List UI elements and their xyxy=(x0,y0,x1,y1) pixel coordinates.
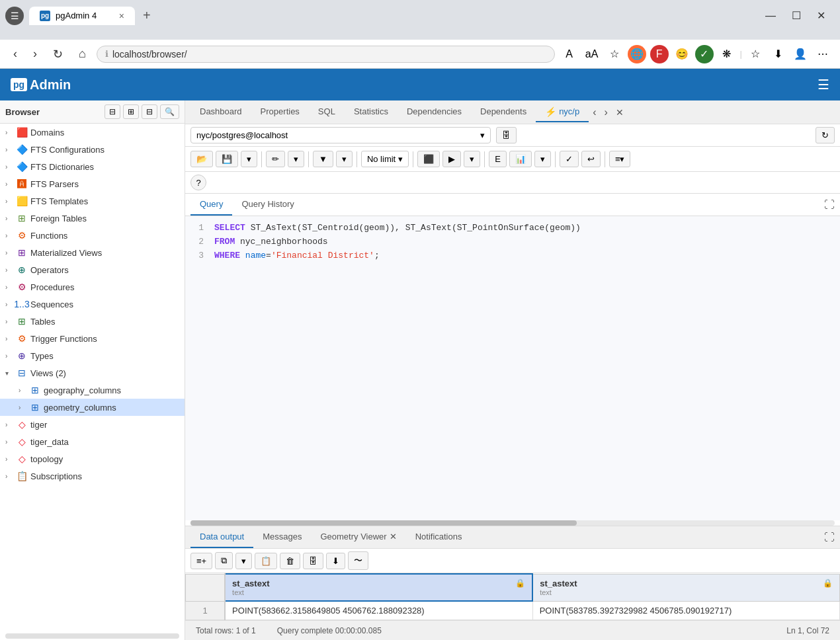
tab-query-editor[interactable]: ⚡ nyc/p xyxy=(536,102,589,122)
forward-button[interactable]: › xyxy=(28,44,42,63)
connection-selector[interactable]: nyc/postgres@localhost ▾ xyxy=(190,127,491,143)
sidebar-item-fts-configurations[interactable]: › 🔷 FTS Configurations xyxy=(0,141,185,158)
add-row-btn[interactable]: ≡+ xyxy=(190,553,212,569)
address-bar[interactable]: ℹ localhost/browser/ xyxy=(97,46,555,63)
tab-dependencies[interactable]: Dependencies xyxy=(398,102,471,122)
help-btn[interactable]: ? xyxy=(190,175,206,190)
tab-prev-btn[interactable]: ‹ xyxy=(589,105,600,120)
sidebar-scrollbar[interactable] xyxy=(5,633,179,639)
sidebar-item-fts-templates[interactable]: › 🟨 FTS Templates xyxy=(0,192,185,210)
minimize-button[interactable]: — xyxy=(759,9,782,23)
geometry-tab-close[interactable]: ✕ xyxy=(390,532,397,541)
analyze-btn[interactable]: 📊 xyxy=(509,151,532,167)
refresh-button[interactable]: ↻ xyxy=(48,44,68,64)
browser-tab[interactable]: pg pgAdmin 4 × xyxy=(29,7,135,25)
sidebar-item-geometry-columns[interactable]: › ⊞ geometry_columns xyxy=(0,399,185,416)
home-button[interactable]: ⌂ xyxy=(73,44,91,63)
tab-properties[interactable]: Properties xyxy=(251,102,309,122)
tab-data-output[interactable]: Data output xyxy=(190,526,253,548)
tab-query-history[interactable]: Query History xyxy=(232,194,303,216)
no-limit-selector[interactable]: No limit ▾ xyxy=(361,151,409,167)
sidebar-item-tables[interactable]: › ⊞ Tables xyxy=(0,313,185,330)
tab-dashboard[interactable]: Dashboard xyxy=(190,102,251,122)
filter-dropdown-btn[interactable]: ▾ xyxy=(336,151,353,167)
tab-dependents[interactable]: Dependents xyxy=(471,102,536,122)
copy-dropdown-btn[interactable]: ▾ xyxy=(235,553,252,569)
maximize-button[interactable]: ☐ xyxy=(785,8,808,23)
analyze-dropdown-btn[interactable]: ▾ xyxy=(534,151,551,167)
profile-icon[interactable]: 👤 xyxy=(791,45,810,63)
extension-icon-1[interactable]: 🌐 xyxy=(628,45,646,63)
col-header-st-astext-2[interactable]: st_astext text 🔒 xyxy=(532,574,839,601)
query-editor[interactable]: 1 SELECT ST_AsText(ST_Centroid(geom)), S… xyxy=(185,216,840,520)
sidebar-item-fts-parsers[interactable]: › 🅰 FTS Parsers xyxy=(0,175,185,192)
hamburger-menu[interactable]: ☰ xyxy=(818,77,829,93)
tab-close-active-btn[interactable]: ✕ xyxy=(612,106,628,119)
sidebar-item-tiger[interactable]: › ◇ tiger xyxy=(0,416,185,433)
tab-statistics[interactable]: Statistics xyxy=(345,102,398,122)
sidebar-item-fts-dictionaries[interactable]: › 🔷 FTS Dictionaries xyxy=(0,158,185,175)
sidebar-item-foreign-tables[interactable]: › ⊞ Foreign Tables xyxy=(0,210,185,227)
collections-icon[interactable]: ☆ xyxy=(746,45,765,63)
sidebar-item-materialized-views[interactable]: › ⊞ Materialized Views xyxy=(0,244,185,261)
filter-btn[interactable]: ▼ xyxy=(313,151,333,167)
tab-geometry-viewer[interactable]: Geometry Viewer ✕ xyxy=(311,526,405,548)
stop-btn[interactable]: ⬛ xyxy=(417,151,440,167)
sidebar-item-subscriptions[interactable]: › 📋 Subscriptions xyxy=(0,467,185,485)
run-dropdown-btn[interactable]: ▾ xyxy=(464,151,480,167)
sidebar-item-views[interactable]: ▾ ⊟ Views (2) xyxy=(0,364,185,381)
sidebar-list-view-btn[interactable]: ⊟ xyxy=(105,104,120,119)
col-header-st-astext-1[interactable]: st_astext text 🔒 xyxy=(225,574,532,601)
edit-dropdown-btn[interactable]: ▾ xyxy=(288,151,304,167)
sidebar-item-sequences[interactable]: › 1..3 Sequences xyxy=(0,296,185,313)
settings-icon[interactable]: ⋯ xyxy=(814,45,832,63)
delete-btn[interactable]: 🗑 xyxy=(280,553,300,569)
macros-btn[interactable]: ≡▾ xyxy=(609,151,631,167)
save-dropdown-btn[interactable]: ▾ xyxy=(241,151,257,167)
sidebar-item-topology[interactable]: › ◇ topology xyxy=(0,450,185,467)
tab-next-btn[interactable]: › xyxy=(601,105,612,120)
download-icon[interactable]: ⬇ xyxy=(769,45,787,63)
extension-icon-5[interactable]: ❋ xyxy=(718,45,736,63)
open-file-btn[interactable]: 📂 xyxy=(190,151,213,167)
sidebar-search-btn[interactable]: 🔍 xyxy=(160,104,179,119)
back-button[interactable]: ‹ xyxy=(8,44,22,63)
sidebar-item-geography-columns[interactable]: › ⊞ geography_columns xyxy=(0,381,185,399)
translate-icon[interactable]: A xyxy=(560,45,579,63)
tab-close-btn[interactable]: × xyxy=(119,11,124,21)
sidebar-item-operators[interactable]: › ⊕ Operators xyxy=(0,261,185,278)
paste-btn[interactable]: 📋 xyxy=(255,553,277,569)
new-tab-button[interactable]: + xyxy=(138,5,156,26)
refresh-connection-btn[interactable]: ↻ xyxy=(816,127,835,143)
extension-icon-4[interactable]: ✓ xyxy=(695,45,714,63)
graph-btn[interactable]: 〜 xyxy=(348,551,368,570)
sidebar-item-tiger-data[interactable]: › ◇ tiger_data xyxy=(0,433,185,450)
sidebar-item-domains[interactable]: › 🟥 Domains xyxy=(0,124,185,141)
db-icon-btn[interactable]: 🗄 xyxy=(496,127,517,143)
sidebar-item-functions[interactable]: › ⚙ Functions xyxy=(0,227,185,244)
tab-query[interactable]: Query xyxy=(190,194,232,216)
run-btn[interactable]: ▶ xyxy=(442,151,461,167)
favorites-icon[interactable]: ☆ xyxy=(605,45,624,63)
editor-scrollbar[interactable] xyxy=(190,520,835,526)
sidebar-item-procedures[interactable]: › ⚙ Procedures xyxy=(0,278,185,296)
maximize-query-btn[interactable]: ⛶ xyxy=(824,199,835,211)
maximize-results-btn[interactable]: ⛶ xyxy=(824,532,835,543)
extension-icon-3[interactable]: 😊 xyxy=(673,45,691,63)
download-btn[interactable]: ⬇ xyxy=(326,553,345,569)
save-data-btn[interactable]: 🗄 xyxy=(303,553,323,569)
tab-messages[interactable]: Messages xyxy=(253,526,311,548)
sidebar-item-types[interactable]: › ⊕ Types xyxy=(0,347,185,364)
close-button[interactable]: ✕ xyxy=(810,8,832,23)
commit-btn[interactable]: ✓ xyxy=(560,151,579,167)
sidebar-item-trigger-functions[interactable]: › ⚙ Trigger Functions xyxy=(0,330,185,347)
tab-sql[interactable]: SQL xyxy=(309,102,345,122)
rollback-btn[interactable]: ↩ xyxy=(581,151,601,167)
copy-btn[interactable]: ⧉ xyxy=(215,552,233,569)
reader-icon[interactable]: aA xyxy=(583,45,601,63)
tab-notifications[interactable]: Notifications xyxy=(406,526,472,548)
save-btn[interactable]: 💾 xyxy=(216,151,238,167)
explain-btn[interactable]: E xyxy=(489,151,507,167)
sidebar-grid-view-btn[interactable]: ⊞ xyxy=(123,104,139,119)
edit-btn[interactable]: ✏ xyxy=(266,151,285,167)
